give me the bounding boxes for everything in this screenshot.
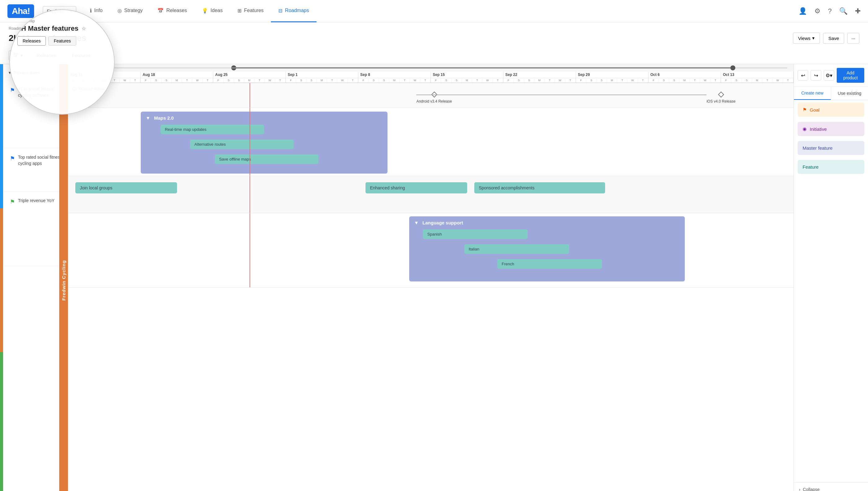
day-label: S [669,78,679,83]
tab-roadmaps-label: Roadmaps [285,8,309,13]
nav-right: 👤 ⚙ ? 🔍 ✚ [799,7,861,15]
nav-tabs: ℹ Info ◎ Strategy 📅 Releases 💡 Ideas ⊞ F… [83,0,799,22]
day-label: S [742,78,752,83]
tab-features[interactable]: ⊞ Features [230,0,271,22]
day-label: T [762,78,773,83]
scrubber-track [75,67,787,68]
week-label: Sep 22 [503,71,576,78]
goal-icon: ⚑ [803,107,807,113]
sub-toolbar: 📅 ▾ Releases Features [9,47,859,64]
panel-initiative-label: Initiative [810,126,827,132]
settings-button[interactable]: ⚙ ▾ [824,70,834,81]
panel-master-feature-label: Master feature [803,145,833,151]
sidebar-item-label-3: Triple revenue YoY [18,198,55,204]
zoom-tab-features[interactable]: Features [48,36,76,46]
help-icon[interactable]: ? [828,7,832,15]
master-feature-maps-label: Maps 2.0 [154,115,174,121]
day-label: M [244,78,255,83]
panel-feature-label: Feature [803,164,819,170]
diamond-marker-2 [718,91,724,98]
panel-item-feature[interactable]: Feature [798,160,864,174]
day-label: M [172,78,182,83]
master-feature-maps[interactable]: ▼ Maps 2.0 Real-time map updates Alterna… [141,112,387,174]
release-label-android: Android v3.4 Release [416,99,452,104]
feature-sponsored[interactable]: Sponsored accomplishments [474,182,605,194]
tab-ideas[interactable]: 💡 Ideas [194,0,230,22]
feature-join-local[interactable]: Join local groups [75,182,177,194]
use-existing-button[interactable]: Use existing [831,87,868,100]
scrubber-right-handle[interactable] [730,65,735,70]
week-group: Sep 22FSSMTWT [503,71,576,83]
feature-offline[interactable]: Save offline maps [215,154,318,164]
create-new-button[interactable]: Create new [794,87,831,100]
day-label: T [545,78,555,83]
right-panel-create-row: Create new Use existing [794,87,868,100]
panel-item-initiative[interactable]: ◉ Initiative [798,122,864,136]
save-button[interactable]: Save [823,33,844,44]
feature-alternative[interactable]: Alternative routes [190,140,294,149]
gear-icon[interactable]: ⚙ [814,7,820,15]
sub-header: Roadmap 2H Master features ☆ Views ▾ Sav… [0,22,868,64]
collapse-label: Collapse [803,487,820,491]
panel-item-master-feature[interactable]: Master feature [798,141,864,155]
day-label: S [659,78,669,83]
tab-strategy-label: Strategy [124,8,143,13]
day-label: W [482,78,493,83]
feature-french[interactable]: French [497,259,602,269]
chevron-icon: ▾ [812,35,815,41]
feature-enhanced-sharing[interactable]: Enhanced sharing [366,182,467,194]
release-dates-strip: Release dates Android v3.4 Release iOS v… [68,83,793,108]
day-label: S [514,78,524,83]
feature-italian[interactable]: Italian [464,244,569,254]
tab-releases[interactable]: 📅 Releases [150,0,194,22]
user-icon[interactable]: 👤 [799,7,807,15]
week-label: Sep 1 [286,71,358,78]
views-button[interactable]: Views ▾ [793,33,820,44]
week-group: Oct 6FSSMTWT [648,71,721,83]
release-connector [416,94,706,95]
panel-item-goal[interactable]: ⚑ Goal [798,103,864,117]
timeline-header: Aug 11FSSMTWTAug 18FSSMTWTAug 25FSSMTWTS… [68,64,793,83]
undo-button[interactable]: ↩ [798,70,808,81]
flag-icon-2: ⚑ [10,155,15,162]
day-label: S [441,78,451,83]
sidebar-item-top-rated: ⚑ Top rated social fitness cycling apps [4,148,68,192]
week-group: Oct 13FSSMTWT [721,71,793,83]
day-label: F [286,78,296,83]
week-group: Sep 1FSSMTWT [286,71,358,83]
day-label: M [534,78,545,83]
features-icon: ⊞ [237,8,241,13]
zoom-title: 2H Master features ☆ [17,25,107,33]
day-label: S [597,78,607,83]
right-panel: ↩ ↪ ⚙ ▾ Add product Create new Use exist… [793,64,868,491]
day-label: F [141,78,151,83]
day-label: S [524,78,534,83]
vertical-label: Fredwin Cycling [61,260,66,301]
breadcrumb: Roadmap [9,26,859,31]
zoom-breadcrumb: Roadmap [17,19,107,23]
search-icon[interactable]: 🔍 [839,7,847,15]
add-product-button[interactable]: Add product [837,68,864,83]
day-label: W [337,78,348,83]
day-label: M [389,78,400,83]
collapse-button[interactable]: › Collapse [794,482,868,491]
day-label: M [607,78,617,83]
today-line [250,83,250,108]
feature-realtime[interactable]: Real-time map updates [161,125,264,134]
tab-strategy[interactable]: ◎ Strategy [110,0,150,22]
add-icon[interactable]: ✚ [855,7,861,15]
master-feature-language[interactable]: ▼ Language support Spanish Italian Frenc… [409,216,685,282]
release-label-ios: iOS v4.0 Release [706,99,735,104]
releases-icon: 📅 [157,8,164,13]
zoom-star-icon[interactable]: ☆ [82,26,86,32]
feature-spanish[interactable]: Spanish [423,229,528,239]
day-label: T [182,78,192,83]
roadmaps-icon: ⊟ [279,8,282,13]
page-title-row: 2H Master features ☆ Views ▾ Save ··· [9,33,859,44]
more-button[interactable]: ··· [847,33,859,44]
week-group: Aug 18FSSMTWT [141,71,213,83]
tab-roadmaps[interactable]: ⊟ Roadmaps [271,0,316,22]
redo-button[interactable]: ↪ [811,70,821,81]
zoom-tab-releases[interactable]: Releases [17,36,46,46]
toolbar-right: Views ▾ Save ··· [793,33,859,44]
